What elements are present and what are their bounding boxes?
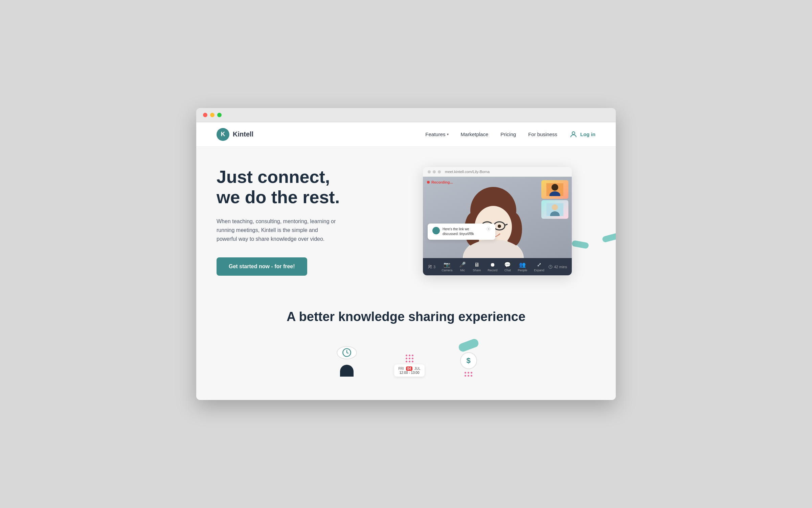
logo-circle: K — [217, 128, 229, 141]
video-call-window: meet.kintell.com/Lily-Borna — [423, 167, 572, 275]
participant-1-face — [546, 183, 563, 196]
participant-2-face — [546, 203, 563, 216]
deco-teal-blob-left — [602, 233, 616, 243]
people-icon: 👥 — [519, 261, 526, 268]
session-timer: 42 mins — [548, 265, 567, 269]
teal-shape-decoration — [457, 338, 479, 353]
recording-badge: Recording... — [427, 180, 453, 184]
section2-title: A better knowledge sharing experience — [217, 310, 595, 324]
login-label: Log in — [580, 131, 595, 137]
calendar-widget: FRI 04 JUL 12:00 - 13:00 — [394, 364, 424, 377]
participant-thumb-1 — [541, 180, 568, 199]
vm-dot-1 — [428, 170, 431, 173]
chat-message-text: Here's the link we discussed: tinyurl/f8… — [443, 227, 484, 236]
nav-features-link[interactable]: Features ▾ — [425, 131, 448, 137]
person-silhouette — [340, 365, 354, 377]
svg-point-0 — [572, 132, 575, 134]
cal-fri: FRI — [398, 367, 404, 371]
record-icon: ⏺ — [490, 262, 495, 268]
navigation: K Kintell Features ▾ Marketplace Pricing… — [196, 122, 616, 147]
pink-dots-decoration — [406, 355, 413, 362]
svg-point-29 — [551, 184, 558, 191]
camera-control[interactable]: 📷 Camera — [438, 260, 456, 273]
hero-left: Just connect, we do the rest. When teach… — [217, 167, 379, 276]
chat-popup: Here's the link we discussed: tinyurl/f8… — [428, 224, 495, 240]
logo-area[interactable]: K Kintell — [217, 128, 253, 141]
video-url-bar: meet.kintell.com/Lily-Borna — [445, 170, 490, 174]
clock-icon — [342, 348, 352, 357]
vm-dot-2 — [433, 170, 436, 173]
feature-card-scheduling — [333, 346, 360, 377]
chat-icon: 💬 — [504, 261, 511, 268]
browser-body: K Kintell Features ▾ Marketplace Pricing… — [196, 122, 616, 400]
nav-links: Features ▾ Marketplace Pricing For busin… — [425, 130, 595, 139]
recording-label: Recording... — [431, 180, 453, 184]
traffic-light-yellow[interactable] — [210, 113, 215, 117]
hero-section: Just connect, we do the rest. When teach… — [196, 147, 616, 289]
expand-label: Expand — [534, 269, 544, 272]
chat-close-icon[interactable]: ✕ — [487, 227, 491, 231]
dollar-icon-wrap: $ — [460, 352, 477, 369]
nav-marketplace-link[interactable]: Marketplace — [461, 131, 489, 137]
participant-thumbnails — [541, 180, 568, 219]
recording-dot — [427, 181, 430, 184]
controls-bar: 3 📷 Camera 🎤 Mic 🖥 Share — [423, 258, 572, 275]
share-label: Share — [473, 269, 481, 272]
svg-point-26 — [498, 225, 501, 228]
svg-point-35 — [430, 265, 432, 267]
chat-control[interactable]: 💬 Chat — [501, 260, 514, 273]
cal-time-range: 12:00 - 13:00 — [398, 371, 420, 375]
nav-pricing-link[interactable]: Pricing — [500, 131, 516, 137]
timer-icon — [548, 265, 552, 269]
record-control[interactable]: ⏺ Record — [484, 260, 501, 273]
hero-subtext: When teaching, consulting, mentoring, le… — [217, 217, 338, 244]
nav-login-area[interactable]: Log in — [569, 130, 595, 139]
browser-chrome — [196, 108, 616, 122]
svg-point-34 — [429, 265, 430, 267]
feature-card-calendar: FRI 04 JUL 12:00 - 13:00 — [394, 355, 424, 377]
share-icon: 🖥 — [474, 262, 479, 268]
participant-thumb-2 — [541, 200, 568, 219]
knowledge-section: A better knowledge sharing experience — [196, 289, 616, 390]
logo-letter: K — [221, 131, 225, 138]
vm-dot-3 — [438, 170, 441, 173]
svg-point-32 — [552, 204, 558, 210]
mic-label: Mic — [460, 269, 465, 272]
mic-control[interactable]: 🎤 Mic — [456, 260, 469, 273]
traffic-light-green[interactable] — [217, 113, 222, 117]
pink-dots-decoration-2 — [465, 372, 472, 377]
video-browser-bar: meet.kintell.com/Lily-Borna — [423, 167, 572, 177]
participants-icon — [428, 264, 432, 269]
clock-icon-wrap — [337, 346, 357, 359]
people-label: People — [518, 269, 527, 272]
mic-icon: 🎤 — [459, 261, 466, 268]
record-label: Record — [488, 269, 497, 272]
nav-for-business-link[interactable]: For business — [528, 131, 557, 137]
cal-jul: JUL — [414, 367, 421, 371]
expand-control[interactable]: ⤢ Expand — [531, 260, 548, 273]
hero-heading: Just connect, we do the rest. — [217, 167, 379, 208]
people-control[interactable]: 👥 People — [514, 260, 531, 273]
cal-date-badge: 04 — [406, 366, 412, 371]
traffic-light-red[interactable] — [203, 113, 207, 117]
browser-window: K Kintell Features ▾ Marketplace Pricing… — [196, 108, 616, 400]
chat-avatar — [432, 227, 440, 234]
video-main-area: Recording... — [423, 177, 572, 258]
woman-face-illustration — [453, 177, 534, 258]
participant-count: 3 — [428, 264, 435, 269]
logo-name: Kintell — [233, 130, 253, 138]
camera-label: Camera — [442, 269, 452, 272]
person-icon — [569, 130, 578, 139]
camera-icon: 📷 — [444, 261, 450, 268]
feature-card-payments: $ — [458, 341, 479, 377]
chevron-down-icon: ▾ — [447, 132, 449, 136]
expand-icon: ⤢ — [537, 261, 541, 268]
cta-button[interactable]: Get started now - for free! — [217, 257, 307, 276]
chat-label: Chat — [504, 269, 511, 272]
hero-right: meet.kintell.com/Lily-Borna — [399, 167, 595, 275]
share-control[interactable]: 🖥 Share — [469, 260, 484, 273]
deco-teal-blob-right — [571, 240, 589, 249]
bottom-features-row: FRI 04 JUL 12:00 - 13:00 $ — [217, 341, 595, 377]
